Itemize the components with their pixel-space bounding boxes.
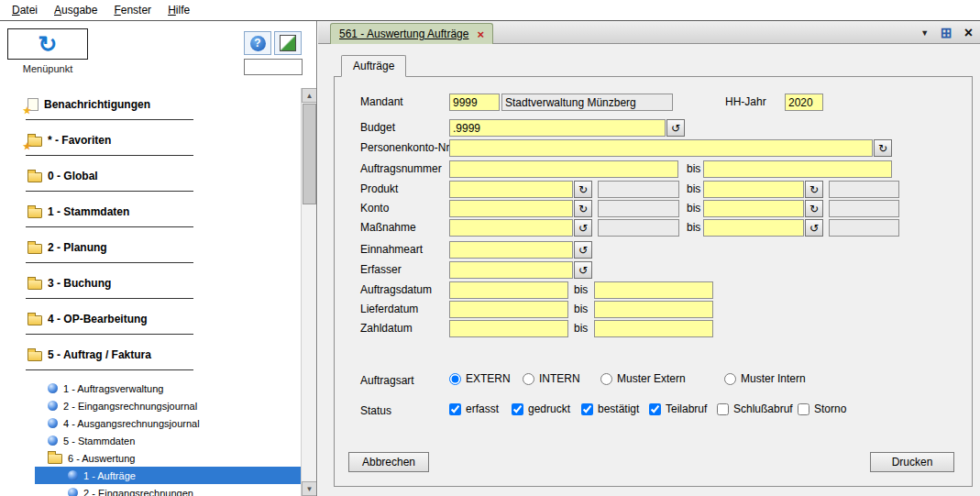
main-area: 561 - Auswertung Aufträge × ▼ ⊞ × Aufträ…: [318, 21, 980, 496]
tree-scrollbar[interactable]: ▲ ▼: [301, 88, 316, 496]
radio-muster-extern-input[interactable]: [600, 373, 612, 385]
sidebar-item-ausgangsrechnungsjournal[interactable]: 4 - Ausgangsrechnungsjournal: [0, 414, 316, 432]
auftragsdatum-von-input[interactable]: [449, 281, 568, 299]
konto-von-lookup-button[interactable]: ↻: [574, 200, 592, 217]
checkbox-erfasst-input[interactable]: [449, 403, 461, 415]
zahldatum-label: Zahldatum: [360, 322, 413, 335]
produkt-von-lookup-button[interactable]: ↻: [574, 181, 592, 198]
sidebar-item-buchung[interactable]: 3 - Buchung: [0, 272, 316, 294]
radio-muster-intern-input[interactable]: [724, 373, 736, 385]
tab-auftraege[interactable]: Aufträge: [341, 55, 406, 77]
checkbox-storno[interactable]: Storno: [798, 402, 846, 415]
sidebar-item-auftrag-faktura[interactable]: 5 - Auftrag / Faktura: [0, 344, 316, 366]
checkbox-teilabruf-input[interactable]: [649, 403, 661, 415]
layout-grid-icon[interactable]: ⊞: [941, 25, 952, 41]
help-button[interactable]: ?: [244, 31, 271, 55]
produkt-bis-lookup-button[interactable]: ↻: [805, 181, 823, 198]
zahldatum-bis-input[interactable]: [594, 320, 713, 337]
menupunkt-button[interactable]: ↻: [7, 28, 88, 60]
cancel-button[interactable]: Abbrechen: [348, 452, 429, 472]
checkbox-gedruckt-input[interactable]: [512, 403, 523, 415]
sidebar-item-op-bearbeitung[interactable]: 4 - OP-Bearbeitung: [0, 308, 316, 330]
scroll-down-icon[interactable]: ▼: [302, 481, 316, 496]
scroll-up-icon[interactable]: ▲: [302, 88, 316, 103]
sidebar-item-stammdaten[interactable]: 1 - Stammdaten: [0, 201, 316, 223]
mandant-code-input[interactable]: [449, 94, 500, 111]
scrollbar-thumb[interactable]: [303, 104, 316, 204]
massnahme-bis-input[interactable]: [703, 219, 804, 237]
tab-close-icon[interactable]: ×: [477, 28, 484, 41]
sidebar-item-eingangsrechnungsjournal[interactable]: 2 - Eingangsrechnungsjournal: [0, 397, 316, 414]
einnahmeart-input[interactable]: [449, 241, 573, 259]
checkbox-schlussabruf[interactable]: Schlußabruf: [717, 402, 793, 415]
tree-separator: [26, 262, 193, 263]
auftragsnummer-label: Auftragsnummer: [360, 162, 442, 175]
checkbox-gedruckt[interactable]: gedruckt: [512, 402, 570, 415]
personenkonto-lookup-button[interactable]: ↻: [874, 139, 892, 157]
sidebar-item-planung[interactable]: 2 - Planung: [0, 237, 316, 259]
tree-separator: [26, 369, 193, 370]
menu-ausgabe[interactable]: Ausgabe: [46, 1, 105, 19]
erfasser-lookup-button[interactable]: ↺: [574, 261, 592, 279]
favorites-folder-icon: [28, 137, 42, 147]
menu-datei[interactable]: Datei: [4, 1, 46, 19]
radio-muster-intern[interactable]: Muster Intern: [724, 372, 806, 385]
folder-icon: [48, 454, 62, 464]
einnahmeart-lookup-button[interactable]: ↺: [574, 241, 592, 259]
sidebar-item-label: 2 - Eingangsrechnungen: [83, 488, 193, 496]
radio-muster-extern[interactable]: Muster Extern: [600, 372, 686, 385]
erfasser-input[interactable]: [449, 261, 573, 279]
massnahme-von-input[interactable]: [449, 219, 573, 237]
sidebar-item-auswertung[interactable]: 6 - Auswertung: [0, 449, 316, 467]
auftragsnummer-von-input[interactable]: [449, 160, 678, 178]
checkbox-teilabruf[interactable]: Teilabruf: [649, 402, 707, 415]
quick-search-input[interactable]: [244, 59, 303, 75]
checkbox-storno-input[interactable]: [798, 403, 809, 415]
konto-von-input[interactable]: [449, 200, 573, 217]
personenkonto-input[interactable]: [449, 139, 873, 157]
konto-bis-lookup-button[interactable]: ↻: [805, 200, 823, 217]
sidebar-item-eingangsrechnungen[interactable]: 2 - Eingangsrechnungen: [0, 484, 316, 496]
left-panel: ↻ Menüpunkt ? Benachrichtigungen * - Fav…: [0, 21, 317, 496]
lieferdatum-bis-input[interactable]: [594, 301, 713, 318]
tab-content: Aufträge Mandant HH-Jahr Budget ↺: [318, 44, 980, 496]
hhjahr-input[interactable]: [785, 94, 823, 111]
radio-intern[interactable]: INTERN: [523, 372, 580, 385]
menu-fenster[interactable]: Fenster: [105, 1, 160, 19]
close-window-icon[interactable]: ×: [964, 25, 973, 41]
menu-hilfe[interactable]: Hilfe: [160, 1, 198, 19]
tab-auswertung-auftraege[interactable]: 561 - Auswertung Aufträge ×: [330, 23, 493, 44]
view-style-button[interactable]: [274, 31, 302, 55]
budget-input[interactable]: [449, 119, 666, 137]
sidebar-item-favoriten[interactable]: * - Favoriten: [0, 129, 316, 151]
print-button[interactable]: Drucken: [870, 452, 954, 472]
sidebar-item-stammdaten-auftrag[interactable]: 5 - Stammdaten: [0, 432, 316, 449]
auftragsdatum-bis-input[interactable]: [594, 281, 713, 299]
checkbox-bestaetigt[interactable]: bestätigt: [581, 402, 639, 415]
sidebar-item-auftragsverwaltung[interactable]: 1 - Auftragsverwaltung: [0, 380, 316, 397]
budget-lookup-button[interactable]: ↺: [666, 119, 685, 137]
checkbox-erfasst[interactable]: erfasst: [449, 402, 499, 415]
checkbox-bestaetigt-input[interactable]: [581, 403, 593, 415]
radio-extern-input[interactable]: [449, 373, 461, 385]
auftragsnummer-bis-input[interactable]: [703, 160, 892, 178]
folder-icon: [28, 315, 42, 325]
chevron-down-icon[interactable]: ▼: [920, 28, 929, 38]
zahldatum-von-input[interactable]: [449, 320, 568, 337]
sidebar-item-auftraege[interactable]: 1 - Aufträge: [35, 467, 301, 484]
sidebar-item-benachrichtigungen[interactable]: Benachrichtigungen: [0, 94, 316, 116]
bis-label: bis: [687, 162, 700, 175]
tree-separator: [26, 226, 193, 227]
konto-bis-input[interactable]: [703, 200, 804, 217]
checkbox-schlussabruf-input[interactable]: [717, 403, 729, 415]
radio-intern-input[interactable]: [523, 373, 534, 385]
produkt-bis-input[interactable]: [703, 181, 804, 198]
lieferdatum-von-input[interactable]: [449, 301, 568, 318]
massnahme-bis-lookup-button[interactable]: ↺: [805, 219, 823, 237]
massnahme-von-lookup-button[interactable]: ↺: [574, 219, 592, 237]
radio-extern[interactable]: EXTERN: [449, 372, 511, 385]
status-label: Status: [360, 404, 391, 417]
produkt-von-input[interactable]: [449, 181, 573, 198]
konto-von-info-field: [598, 200, 679, 217]
sidebar-item-global[interactable]: 0 - Global: [0, 165, 316, 187]
